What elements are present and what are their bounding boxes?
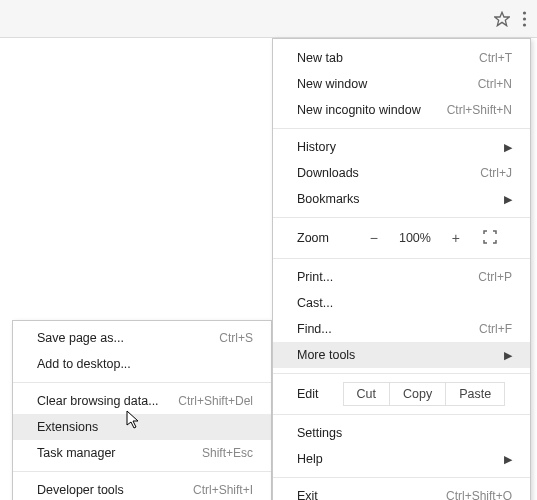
menu-label: Cast... [297, 296, 333, 310]
menu-settings[interactable]: Settings [273, 420, 530, 446]
menu-shortcut: Ctrl+N [478, 77, 512, 91]
menu-separator [273, 414, 530, 415]
zoom-label: Zoom [297, 231, 329, 245]
submenu-developer-tools[interactable]: Developer tools Ctrl+Shift+I [13, 477, 271, 500]
menu-new-window[interactable]: New window Ctrl+N [273, 71, 530, 97]
menu-separator [273, 373, 530, 374]
zoom-percent: 100% [399, 231, 431, 245]
menu-separator [273, 217, 530, 218]
menu-label: Exit [297, 489, 318, 500]
menu-new-incognito[interactable]: New incognito window Ctrl+Shift+N [273, 97, 530, 123]
submenu-label: Clear browsing data... [37, 394, 159, 408]
svg-point-1 [523, 11, 526, 14]
edit-label: Edit [297, 387, 319, 401]
menu-downloads[interactable]: Downloads Ctrl+J [273, 160, 530, 186]
menu-new-tab[interactable]: New tab Ctrl+T [273, 45, 530, 71]
chrome-main-menu: New tab Ctrl+T New window Ctrl+N New inc… [272, 38, 531, 500]
menu-more-tools[interactable]: More tools ▶ [273, 342, 530, 368]
submenu-label: Extensions [37, 420, 98, 434]
submenu-label: Task manager [37, 446, 116, 460]
menu-separator [273, 477, 530, 478]
menu-print[interactable]: Print... Ctrl+P [273, 264, 530, 290]
submenu-arrow-icon: ▶ [504, 349, 512, 362]
menu-label: New tab [297, 51, 343, 65]
submenu-label: Add to desktop... [37, 357, 131, 371]
menu-label: Settings [297, 426, 342, 440]
menu-separator [13, 382, 271, 383]
edit-copy-button[interactable]: Copy [390, 382, 446, 406]
submenu-shortcut: Ctrl+Shift+Del [178, 394, 253, 408]
menu-zoom-row: Zoom − 100% + [273, 223, 530, 253]
submenu-arrow-icon: ▶ [504, 193, 512, 206]
menu-label: History [297, 140, 336, 154]
more-tools-submenu: Save page as... Ctrl+S Add to desktop...… [12, 320, 272, 500]
submenu-task-manager[interactable]: Task manager Shift+Esc [13, 440, 271, 466]
menu-label: Downloads [297, 166, 359, 180]
submenu-label: Save page as... [37, 331, 124, 345]
zoom-out-button[interactable]: − [361, 230, 387, 246]
menu-exit[interactable]: Exit Ctrl+Shift+Q [273, 483, 530, 500]
menu-find[interactable]: Find... Ctrl+F [273, 316, 530, 342]
submenu-shortcut: Ctrl+Shift+I [193, 483, 253, 497]
kebab-menu-icon[interactable] [522, 11, 527, 27]
menu-shortcut: Ctrl+J [480, 166, 512, 180]
menu-bookmarks[interactable]: Bookmarks ▶ [273, 186, 530, 212]
menu-separator [273, 258, 530, 259]
submenu-arrow-icon: ▶ [504, 141, 512, 154]
submenu-save-page[interactable]: Save page as... Ctrl+S [13, 325, 271, 351]
menu-label: More tools [297, 348, 355, 362]
menu-shortcut: Ctrl+Shift+Q [446, 489, 512, 500]
menu-shortcut: Ctrl+F [479, 322, 512, 336]
svg-marker-0 [495, 12, 510, 25]
star-icon[interactable] [494, 11, 510, 27]
menu-label: Find... [297, 322, 332, 336]
edit-cut-button[interactable]: Cut [343, 382, 390, 406]
submenu-extensions[interactable]: Extensions [13, 414, 271, 440]
menu-label: Bookmarks [297, 192, 360, 206]
submenu-shortcut: Ctrl+S [219, 331, 253, 345]
menu-label: Help [297, 452, 323, 466]
menu-label: New window [297, 77, 367, 91]
menu-label: New incognito window [297, 103, 421, 117]
submenu-shortcut: Shift+Esc [202, 446, 253, 460]
submenu-clear-data[interactable]: Clear browsing data... Ctrl+Shift+Del [13, 388, 271, 414]
submenu-label: Developer tools [37, 483, 124, 497]
svg-point-3 [523, 23, 526, 26]
submenu-add-desktop[interactable]: Add to desktop... [13, 351, 271, 377]
menu-separator [13, 471, 271, 472]
menu-label: Print... [297, 270, 333, 284]
menu-history[interactable]: History ▶ [273, 134, 530, 160]
menu-separator [273, 128, 530, 129]
menu-shortcut: Ctrl+T [479, 51, 512, 65]
menu-help[interactable]: Help ▶ [273, 446, 530, 472]
submenu-arrow-icon: ▶ [504, 453, 512, 466]
menu-shortcut: Ctrl+Shift+N [447, 103, 512, 117]
menu-shortcut: Ctrl+P [478, 270, 512, 284]
menu-cast[interactable]: Cast... [273, 290, 530, 316]
fullscreen-icon[interactable] [483, 230, 497, 247]
edit-paste-button[interactable]: Paste [446, 382, 505, 406]
zoom-in-button[interactable]: + [443, 230, 469, 246]
menu-edit-row: Edit Cut Copy Paste [273, 379, 530, 409]
svg-point-2 [523, 17, 526, 20]
browser-toolbar [0, 0, 537, 38]
